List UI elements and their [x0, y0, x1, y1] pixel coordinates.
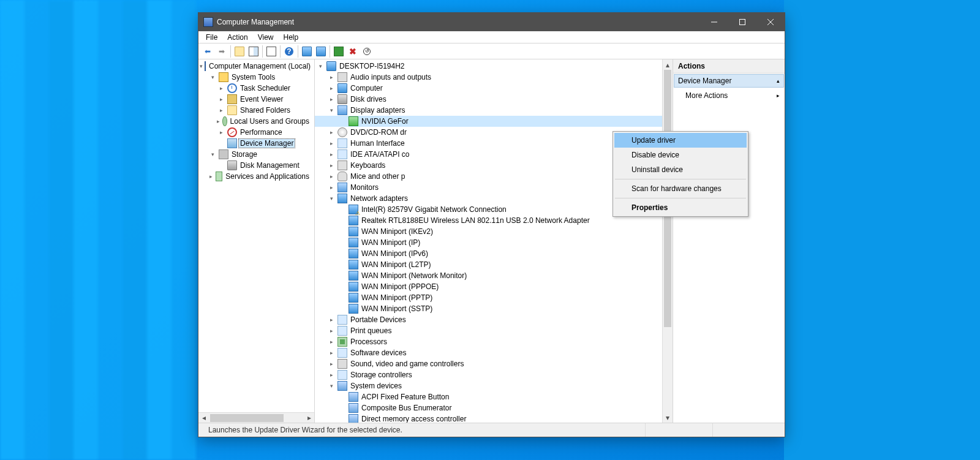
- device-wan-pppoe[interactable]: WAN Miniport (PPPOE): [315, 281, 662, 292]
- expand-toggle-icon[interactable]: [327, 371, 336, 379]
- actions-section[interactable]: Device Manager ▴: [674, 74, 784, 88]
- menu-file[interactable]: File: [201, 32, 222, 43]
- device-dvd[interactable]: DVD/CD-ROM dr: [315, 127, 662, 138]
- device-wan-ip[interactable]: WAN Miniport (IP): [315, 237, 662, 248]
- device-nvidia-geforce[interactable]: NVIDIA GeFor: [315, 116, 662, 127]
- expand-toggle-icon[interactable]: [327, 84, 336, 92]
- context-uninstall-device[interactable]: Uninstall device: [614, 162, 747, 177]
- expand-toggle-icon[interactable]: [327, 150, 336, 159]
- expand-toggle-icon[interactable]: [217, 106, 225, 115]
- tree-event-viewer[interactable]: Event Viewer: [198, 94, 314, 105]
- toolbar-up-button[interactable]: [233, 45, 246, 58]
- tree-device-manager[interactable]: Device Manager: [198, 138, 314, 149]
- device-print-queues[interactable]: Print queues: [315, 325, 662, 336]
- expand-toggle-icon[interactable]: [327, 337, 336, 346]
- expand-toggle-icon[interactable]: [316, 62, 325, 70]
- device-system-devices[interactable]: System devices: [315, 380, 662, 391]
- tree-storage[interactable]: Storage: [198, 149, 314, 160]
- expand-toggle-icon[interactable]: [217, 117, 221, 126]
- device-composite-bus[interactable]: Composite Bus Enumerator: [315, 402, 662, 413]
- device-display-adapters[interactable]: Display adapters: [315, 105, 662, 116]
- device-storage-controllers[interactable]: Storage controllers: [315, 369, 662, 380]
- menu-action[interactable]: Action: [222, 32, 252, 43]
- expand-toggle-icon[interactable]: [327, 139, 336, 148]
- tree-disk-management[interactable]: Disk Management: [198, 160, 314, 171]
- expand-toggle-icon[interactable]: [327, 128, 336, 137]
- tree-performance[interactable]: Performance: [198, 127, 314, 138]
- device-processors[interactable]: Processors: [315, 336, 662, 347]
- expand-toggle-icon[interactable]: [327, 349, 336, 357]
- toolbar-icons-small-button[interactable]: [314, 45, 328, 58]
- expand-toggle-icon[interactable]: [327, 382, 336, 390]
- expand-toggle-icon[interactable]: [327, 315, 336, 324]
- menu-view[interactable]: View: [253, 32, 279, 43]
- context-scan-hardware[interactable]: Scan for hardware changes: [614, 181, 747, 196]
- toolbar-icons-large-button[interactable]: [300, 45, 314, 58]
- scroll-up-arrow-icon[interactable]: ▴: [663, 59, 673, 70]
- titlebar[interactable]: Computer Management: [198, 13, 785, 31]
- expand-toggle-icon[interactable]: [327, 73, 336, 81]
- toolbar-help-button[interactable]: ?: [282, 45, 296, 58]
- expand-toggle-icon[interactable]: [327, 106, 336, 115]
- context-disable-device[interactable]: Disable device: [614, 148, 747, 162]
- expand-toggle-icon[interactable]: [200, 62, 203, 70]
- tree-services-apps[interactable]: Services and Applications: [198, 171, 314, 182]
- device-acpi-button[interactable]: ACPI Fixed Feature Button: [315, 391, 662, 402]
- device-wan-pptp[interactable]: WAN Miniport (PPTP): [315, 292, 662, 303]
- device-network-adapters[interactable]: Network adapters: [315, 193, 662, 204]
- device-tree-scrollbar[interactable]: ▴ ▾: [662, 59, 673, 423]
- device-mice[interactable]: Mice and other p: [315, 171, 662, 182]
- close-button[interactable]: [756, 13, 785, 31]
- menu-help[interactable]: Help: [279, 32, 304, 43]
- expand-toggle-icon[interactable]: [208, 73, 217, 81]
- minimize-button[interactable]: [700, 13, 728, 31]
- toolbar-delete-button[interactable]: ✖: [346, 45, 360, 58]
- actions-more-actions[interactable]: More Actions ▸: [673, 88, 785, 103]
- tree-local-users[interactable]: Local Users and Groups: [198, 116, 314, 127]
- toolbar-forward-button[interactable]: ➡: [215, 45, 228, 58]
- toolbar-export-button[interactable]: [265, 45, 278, 58]
- device-root[interactable]: DESKTOP-I5194H2: [315, 61, 662, 72]
- expand-toggle-icon[interactable]: [327, 360, 336, 368]
- scrollbar-thumb[interactable]: [210, 414, 284, 422]
- device-ide[interactable]: IDE ATA/ATAPI co: [315, 149, 662, 160]
- device-keyboards[interactable]: Keyboards: [315, 160, 662, 171]
- device-disk-drives[interactable]: Disk drives: [315, 94, 662, 105]
- device-software[interactable]: Software devices: [315, 347, 662, 358]
- toolbar-scan-button[interactable]: [332, 45, 345, 58]
- device-computer[interactable]: Computer: [315, 83, 662, 94]
- expand-toggle-icon[interactable]: [327, 95, 336, 104]
- left-pane-scrollbar[interactable]: ◂ ▸: [198, 412, 314, 423]
- expand-toggle-icon[interactable]: [217, 128, 225, 137]
- device-audio[interactable]: Audio inputs and outputs: [315, 72, 662, 83]
- expand-toggle-icon[interactable]: [327, 194, 336, 203]
- toolbar-showhide-button[interactable]: [247, 45, 260, 58]
- expand-toggle-icon[interactable]: [217, 95, 225, 104]
- device-realtek-wifi[interactable]: Realtek RTL8188EU Wireless LAN 802.11n U…: [315, 215, 662, 226]
- tree-system-tools[interactable]: System Tools: [198, 72, 314, 83]
- context-properties[interactable]: Properties: [614, 200, 747, 215]
- device-wan-sstp[interactable]: WAN Miniport (SSTP): [315, 303, 662, 314]
- tree-shared-folders[interactable]: Shared Folders: [198, 105, 314, 116]
- device-wan-ipv6[interactable]: WAN Miniport (IPv6): [315, 248, 662, 259]
- toolbar-enable-button[interactable]: ↺: [360, 45, 374, 58]
- device-wan-nm[interactable]: WAN Miniport (Network Monitor): [315, 270, 662, 281]
- device-sound[interactable]: Sound, video and game controllers: [315, 358, 662, 369]
- maximize-button[interactable]: [728, 13, 756, 31]
- tree-computer-management[interactable]: Computer Management (Local): [198, 61, 314, 72]
- scroll-left-arrow-icon[interactable]: ◂: [198, 413, 209, 423]
- expand-toggle-icon[interactable]: [327, 172, 336, 181]
- tree-task-scheduler[interactable]: Task Scheduler: [198, 83, 314, 94]
- expand-toggle-icon[interactable]: [217, 84, 225, 92]
- scroll-down-arrow-icon[interactable]: ▾: [663, 412, 673, 423]
- device-intel-nic[interactable]: Intel(R) 82579V Gigabit Network Connecti…: [315, 204, 662, 215]
- device-wan-l2tp[interactable]: WAN Miniport (L2TP): [315, 259, 662, 270]
- device-wan-ikev2[interactable]: WAN Miniport (IKEv2): [315, 226, 662, 237]
- device-portable[interactable]: Portable Devices: [315, 314, 662, 325]
- context-update-driver[interactable]: Update driver: [614, 133, 747, 148]
- expand-toggle-icon[interactable]: [327, 161, 336, 170]
- toolbar-back-button[interactable]: ⬅: [201, 45, 214, 58]
- expand-toggle-icon[interactable]: [208, 150, 217, 159]
- scroll-right-arrow-icon[interactable]: ▸: [304, 413, 314, 423]
- expand-toggle-icon[interactable]: [327, 326, 336, 335]
